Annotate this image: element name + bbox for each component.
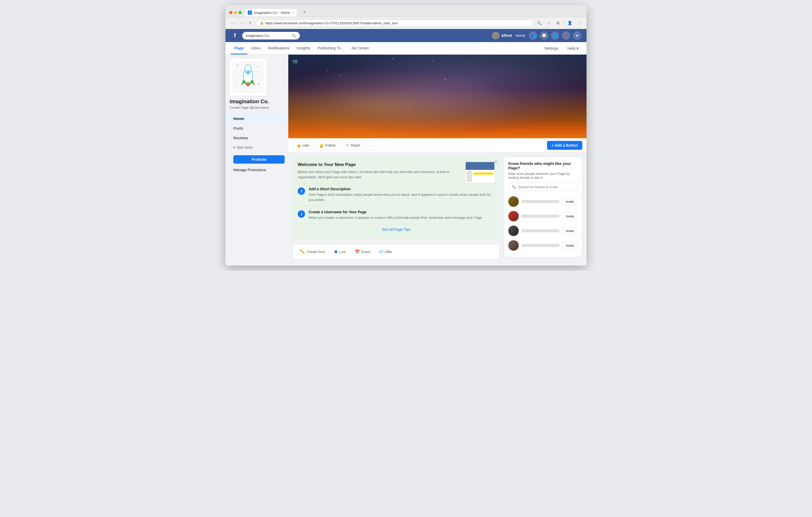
promote-button[interactable]: Promote bbox=[233, 155, 285, 163]
fb-logo: f bbox=[231, 31, 239, 40]
nav-tab-notifications[interactable]: Notifications bbox=[264, 42, 293, 54]
nav-settings[interactable]: Settings bbox=[542, 42, 561, 54]
menu-icon[interactable]: ⋮ bbox=[576, 19, 583, 27]
browser-tab[interactable]: f Imagination Co. - Home × bbox=[244, 8, 297, 17]
friend-name-2 bbox=[521, 215, 559, 218]
traffic-lights bbox=[229, 11, 242, 14]
tip-item-1: ℹ Add a Short Description Your Page's sh… bbox=[298, 183, 494, 206]
pencil-icon: ✏️ bbox=[300, 249, 305, 254]
invite-search-input[interactable] bbox=[518, 185, 575, 189]
tab-title: Imagination Co. - Home bbox=[254, 11, 290, 14]
right-column: Know friends who might like your Page? H… bbox=[504, 157, 582, 262]
follow-button[interactable]: 🔔 Follow bbox=[315, 141, 340, 150]
svg-point-11 bbox=[327, 70, 328, 71]
svg-point-23 bbox=[445, 79, 446, 80]
more-options-button[interactable]: ··· bbox=[366, 141, 375, 150]
fb-home-link[interactable]: Home bbox=[516, 33, 525, 38]
invite-button-2[interactable]: Invite bbox=[562, 213, 578, 220]
add-a-button[interactable]: + Add a Button bbox=[547, 141, 582, 150]
tip-item-2: ℹ Create a Username for Your Page When y… bbox=[298, 206, 494, 224]
create-post-button[interactable]: ✏️ Create Post bbox=[297, 247, 328, 256]
sidebar-see-more[interactable]: ▾ See more bbox=[230, 143, 288, 152]
browser-toolbar-right: 🔍 ☆ ⊞ 👤 ⋮ bbox=[535, 19, 583, 27]
chevron-down-icon: ▾ bbox=[233, 145, 235, 150]
fb-search-icon: 🔍 bbox=[292, 34, 296, 38]
friend-name-1 bbox=[521, 200, 559, 203]
stars-svg bbox=[288, 55, 586, 138]
sidebar-item-posts[interactable]: Posts bbox=[230, 123, 288, 133]
friend-row-3: Invite bbox=[508, 223, 578, 238]
svg-point-17 bbox=[450, 73, 451, 73]
svg-point-9 bbox=[247, 71, 249, 74]
friend-row-1: Invite bbox=[508, 194, 578, 209]
tip-2-content: Create a Username for Your Page When you… bbox=[309, 210, 483, 220]
nav-tab-adcenter[interactable]: Ad Center bbox=[348, 42, 373, 54]
offer-label: Offer bbox=[385, 250, 393, 254]
url-text: https://www.facebook.com/Imagination-Co-… bbox=[265, 21, 398, 25]
like-button[interactable]: 👍 Like bbox=[292, 141, 313, 150]
layers-icon[interactable]: ⊞ bbox=[554, 19, 562, 27]
fb-globe-icon[interactable]: 🌐 bbox=[551, 31, 559, 40]
tip-2-title: Create a Username for Your Page bbox=[309, 210, 483, 214]
create-post-actions: ✏️ Create Post ⏺ Live 📅 Event bbox=[297, 247, 395, 256]
wi-top-bar bbox=[466, 162, 494, 170]
offer-button[interactable]: 🏷 Offer bbox=[376, 247, 396, 256]
page-username[interactable]: Create Page @Username bbox=[230, 105, 288, 110]
back-button[interactable]: ← bbox=[229, 20, 236, 26]
fb-friends-icon[interactable]: 👥 bbox=[529, 31, 537, 40]
wi-bar bbox=[473, 173, 493, 175]
nav-tab-insights[interactable]: Insights bbox=[293, 42, 314, 54]
calendar-icon: 📅 bbox=[355, 249, 360, 254]
fb-messenger-icon[interactable]: 💬 bbox=[540, 31, 548, 40]
share-button[interactable]: ↗ Share bbox=[342, 141, 364, 150]
page-action-bar: 👍 Like 🔔 Follow ↗ Share ··· + Add a But bbox=[288, 138, 586, 153]
sidebar-item-reviews[interactable]: Reviews bbox=[230, 133, 288, 143]
profile-icon[interactable]: 👤 bbox=[566, 19, 573, 27]
close-window-button[interactable] bbox=[229, 11, 232, 14]
tab-close-icon[interactable]: × bbox=[292, 11, 294, 14]
more-dots-icon: ··· bbox=[369, 144, 372, 147]
fb-search-box[interactable]: 🔍 bbox=[242, 32, 300, 39]
svg-point-16 bbox=[432, 61, 433, 62]
nav-tab-inbox[interactable]: Inbox bbox=[248, 42, 264, 54]
svg-point-14 bbox=[393, 58, 394, 59]
reload-button[interactable]: ↻ bbox=[247, 20, 254, 26]
nav-tab-page[interactable]: Page bbox=[231, 42, 248, 54]
invite-button-4[interactable]: Invite bbox=[562, 242, 578, 249]
fb-user-info: Alfred bbox=[492, 32, 512, 39]
address-bar[interactable]: 🔒 https://www.facebook.com/Imagination-C… bbox=[256, 20, 533, 27]
welcome-text: Welcome to Your New Page Before you shar… bbox=[298, 162, 461, 183]
event-button[interactable]: 📅 Event bbox=[352, 247, 373, 256]
search-toolbar-icon[interactable]: 🔍 bbox=[535, 19, 543, 27]
maximize-window-button[interactable] bbox=[239, 11, 242, 14]
wi-sidebar bbox=[467, 171, 472, 182]
forward-button[interactable]: → bbox=[238, 20, 245, 26]
see-all-tips-link[interactable]: See All Page Tips bbox=[298, 224, 494, 235]
live-label: Live bbox=[340, 250, 346, 254]
sidebar-item-home[interactable]: Home bbox=[230, 114, 288, 123]
manage-promotions-link[interactable]: Manage Promotions bbox=[230, 166, 288, 174]
fb-user-name: Alfred bbox=[501, 33, 512, 38]
welcome-card-close[interactable]: × bbox=[495, 159, 497, 164]
new-tab-button[interactable]: + bbox=[300, 8, 309, 17]
bookmark-icon[interactable]: ☆ bbox=[545, 19, 552, 27]
fb-dropdown-icon[interactable]: ▾ bbox=[573, 31, 581, 40]
friend-avatar-1 bbox=[508, 196, 519, 207]
svg-point-3 bbox=[236, 82, 237, 83]
fb-help-icon[interactable]: ❓ bbox=[562, 31, 570, 40]
toolbar-divider bbox=[564, 20, 564, 26]
nav-tab-publishing[interactable]: Publishing To... bbox=[314, 42, 348, 54]
welcome-title: Welcome to Your New Page bbox=[298, 162, 461, 167]
two-col-layout: × Welcome to Your New Page Before you sh… bbox=[288, 153, 586, 266]
page-profile-picture bbox=[230, 59, 266, 95]
svg-point-22 bbox=[419, 83, 419, 84]
svg-point-5 bbox=[254, 71, 255, 72]
fb-search-input[interactable] bbox=[246, 34, 290, 38]
invite-button-1[interactable]: Invite bbox=[562, 198, 578, 206]
minimize-window-button[interactable] bbox=[234, 11, 237, 14]
live-button[interactable]: ⏺ Live bbox=[331, 247, 349, 256]
create-post-label: Create Post bbox=[307, 250, 325, 254]
invite-button-3[interactable]: Invite bbox=[562, 227, 578, 235]
invite-search-box[interactable]: 🔍 bbox=[508, 183, 578, 191]
nav-help[interactable]: Help ▾ bbox=[565, 42, 581, 54]
